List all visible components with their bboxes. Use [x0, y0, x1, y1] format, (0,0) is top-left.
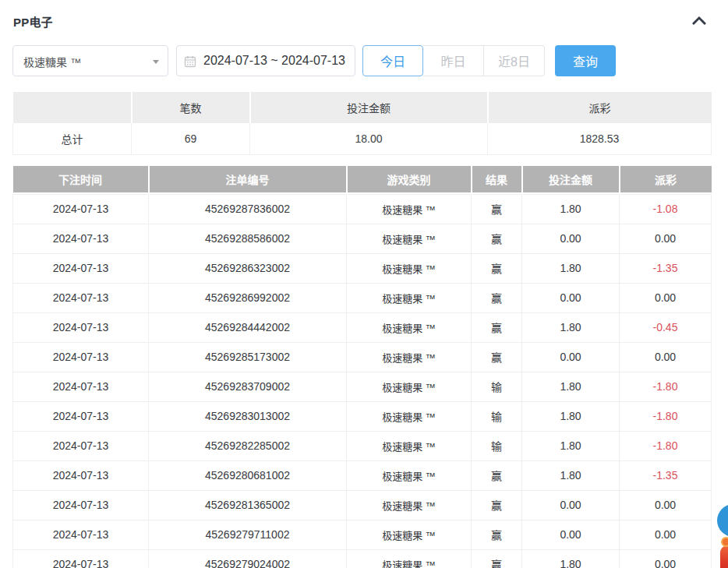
caret-down-icon	[153, 60, 159, 64]
record-time: 2024-07-13	[13, 431, 149, 460]
record-order-id: 45269287836002	[149, 194, 347, 224]
record-row: 2024-07-1345269279711002极速糖果 ™赢0.000.00	[13, 520, 712, 549]
record-result: 输	[472, 401, 522, 431]
record-payout: 0.00	[620, 283, 712, 312]
summary-col-empty	[13, 92, 132, 123]
record-time: 2024-07-13	[13, 520, 149, 549]
record-game: 极速糖果 ™	[347, 520, 472, 549]
record-payout: -0.45	[620, 312, 712, 342]
record-row: 2024-07-1345269286992002极速糖果 ™赢0.000.00	[13, 283, 712, 312]
record-result: 赢	[472, 460, 522, 490]
records-col-game: 游戏类别	[347, 166, 472, 194]
record-game: 极速糖果 ™	[347, 342, 472, 372]
record-bet: 1.80	[522, 312, 620, 342]
record-game: 极速糖果 ™	[347, 401, 472, 431]
record-order-id: 45269281365002	[149, 490, 347, 520]
record-result: 赢	[472, 312, 522, 342]
page-title: PP电子	[13, 13, 53, 30]
record-payout: -1.80	[620, 431, 712, 460]
date-range-value: 2024-07-13 ~ 2024-07-13	[203, 54, 345, 68]
records-col-bet: 投注金额	[522, 166, 620, 194]
record-payout: 0.00	[620, 342, 712, 372]
panel-header: PP电子	[12, 0, 711, 37]
record-payout: -1.80	[620, 401, 712, 431]
date-range-picker[interactable]: 2024-07-13 ~ 2024-07-13	[176, 45, 355, 76]
record-order-id: 45269286323002	[149, 253, 347, 283]
record-row: 2024-07-1345269285173002极速糖果 ™赢0.000.00	[13, 342, 712, 372]
records-col-orderid: 注单编号	[149, 166, 347, 194]
pp-games-records-panel: PP电子 极速糖果 ™	[0, 0, 728, 568]
record-order-id: 45269282285002	[149, 431, 347, 460]
summary-col-bet: 投注金额	[250, 92, 488, 123]
record-time: 2024-07-13	[13, 224, 149, 253]
game-select[interactable]: 极速糖果 ™	[12, 45, 168, 76]
range-last8days-button[interactable]: 近8日	[484, 45, 545, 76]
record-bet: 1.80	[522, 194, 620, 224]
summary-total-count: 69	[132, 123, 250, 154]
summary-total-bet: 18.00	[250, 123, 488, 154]
record-time: 2024-07-13	[13, 283, 149, 312]
record-game: 极速糖果 ™	[347, 490, 472, 520]
record-row: 2024-07-1345269283709002极速糖果 ™输1.80-1.80	[13, 372, 712, 401]
record-result: 输	[472, 372, 522, 401]
calendar-icon	[184, 55, 196, 68]
filter-bar: 极速糖果 ™ 2024-07-13 ~ 2024-07-13 今日	[12, 45, 711, 76]
record-payout: -1.35	[620, 460, 712, 490]
record-payout: 0.00	[620, 490, 712, 520]
record-time: 2024-07-13	[13, 460, 149, 490]
record-bet: 0.00	[522, 342, 620, 372]
record-bet: 1.80	[522, 549, 620, 568]
record-payout: 0.00	[620, 520, 712, 549]
record-game: 极速糖果 ™	[347, 253, 472, 283]
record-order-id: 45269284442002	[149, 312, 347, 342]
record-row: 2024-07-1345269284442002极速糖果 ™赢1.80-0.45	[13, 312, 712, 342]
records-table: 下注时间 注单编号 游戏类别 结果 投注金额 派彩 2024-07-134526…	[12, 166, 712, 568]
promo-knob-icon	[721, 537, 728, 547]
query-button[interactable]: 查询	[555, 45, 616, 76]
record-bet: 0.00	[522, 490, 620, 520]
promo-banner-button[interactable]	[720, 545, 728, 568]
record-time: 2024-07-13	[13, 312, 149, 342]
record-result: 赢	[472, 253, 522, 283]
customer-service-button[interactable]	[717, 504, 728, 537]
record-result: 赢	[472, 224, 522, 253]
records-col-result: 结果	[472, 166, 522, 194]
record-payout: 0.00	[620, 549, 712, 568]
record-time: 2024-07-13	[13, 342, 149, 372]
record-game: 极速糖果 ™	[347, 549, 472, 568]
record-bet: 0.00	[522, 283, 620, 312]
records-col-payout: 派彩	[620, 166, 712, 194]
chevron-up-icon	[692, 16, 706, 25]
record-row: 2024-07-1345269287836002极速糖果 ™赢1.80-1.08	[13, 194, 712, 224]
record-order-id: 45269280681002	[149, 460, 347, 490]
record-result: 赢	[472, 490, 522, 520]
record-time: 2024-07-13	[13, 194, 149, 224]
record-game: 极速糖果 ™	[347, 312, 472, 342]
record-row: 2024-07-1345269283013002极速糖果 ™输1.80-1.80	[13, 401, 712, 431]
record-result: 赢	[472, 549, 522, 568]
record-bet: 0.00	[522, 224, 620, 253]
record-payout: -1.80	[620, 372, 712, 401]
record-time: 2024-07-13	[13, 549, 149, 568]
record-result: 赢	[472, 283, 522, 312]
collapse-panel-button[interactable]	[691, 16, 707, 25]
record-order-id: 45269283709002	[149, 372, 347, 401]
record-payout: 0.00	[620, 224, 712, 253]
record-bet: 0.00	[522, 520, 620, 549]
record-bet: 1.80	[522, 431, 620, 460]
record-game: 极速糖果 ™	[347, 372, 472, 401]
record-bet: 1.80	[522, 460, 620, 490]
summary-total-row: 总计 69 18.00 1828.53	[13, 123, 712, 154]
record-game: 极速糖果 ™	[347, 431, 472, 460]
summary-total-payout: 1828.53	[488, 123, 712, 154]
record-row: 2024-07-1345269282285002极速糖果 ™输1.80-1.80	[13, 431, 712, 460]
record-result: 赢	[472, 194, 522, 224]
record-order-id: 45269288586002	[149, 224, 347, 253]
record-order-id: 45269285173002	[149, 342, 347, 372]
record-payout: -1.35	[620, 253, 712, 283]
range-yesterday-button[interactable]: 昨日	[423, 45, 484, 76]
record-row: 2024-07-1345269279024002极速糖果 ™赢1.800.00	[13, 549, 712, 568]
record-order-id: 45269286992002	[149, 283, 347, 312]
range-today-button[interactable]: 今日	[362, 45, 423, 76]
record-game: 极速糖果 ™	[347, 194, 472, 224]
